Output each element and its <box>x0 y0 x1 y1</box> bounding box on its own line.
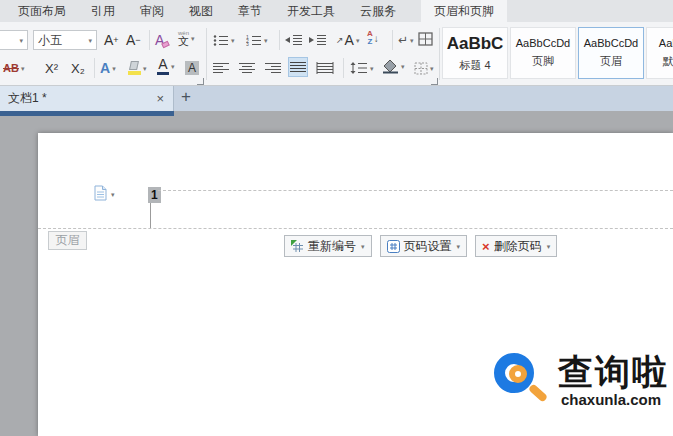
renumber-button[interactable]: 重新编号 ▾ <box>284 235 372 257</box>
draw-table-button[interactable] <box>417 29 434 49</box>
chevron-down-icon: ▾ <box>112 65 116 72</box>
highlighter-icon <box>128 61 141 75</box>
chevron-down-icon: ▾ <box>356 37 360 44</box>
decrease-indent-button[interactable] <box>284 30 304 50</box>
chevron-down-icon: ▾ <box>143 65 147 72</box>
paragraph-layout-button[interactable]: ↵ ▾ <box>397 30 415 50</box>
grow-font-button[interactable]: A+ <box>103 30 120 50</box>
align-center-icon <box>239 62 255 74</box>
line-spacing-button[interactable]: ▾ <box>349 58 375 78</box>
justify-icon <box>290 61 306 73</box>
sort-button[interactable]: A Z ↓ <box>366 28 380 48</box>
menu-tab-view[interactable]: 视图 <box>182 0 220 22</box>
page-number-settings-button[interactable]: 页码设置 ▾ <box>380 235 468 257</box>
paragraph-dialog-launcher[interactable] <box>431 78 438 85</box>
justify-button[interactable] <box>288 57 308 77</box>
watermark-domain: chaxunla.com <box>561 391 661 408</box>
close-icon[interactable]: × <box>156 91 164 106</box>
arrow-down-icon: ↓ <box>374 33 379 44</box>
wps-writer-window: 页面布局 引用 审阅 视图 章节 开发工具 云服务 页眉和页脚 ▾ 小五 ▾ A… <box>0 0 673 436</box>
line-spacing-icon <box>350 62 368 74</box>
chevron-down-icon: ▾ <box>457 243 461 250</box>
font-dialog-launcher[interactable] <box>197 78 204 85</box>
chevron-down-icon: ▾ <box>430 65 434 72</box>
chevron-down-icon: ▾ <box>191 35 195 42</box>
chevron-down-icon: ▾ <box>21 65 25 72</box>
character-shading-button[interactable]: A <box>184 58 200 78</box>
font-color-button[interactable]: A ▾ <box>156 56 176 76</box>
menu-tab-references[interactable]: 引用 <box>84 0 122 22</box>
style-card-header[interactable]: AaBbCcDd 页眉 <box>578 27 644 79</box>
chevron-down-icon: ▾ <box>401 63 405 70</box>
document-tab-label: 文档1 * <box>8 90 156 107</box>
menu-tab-dev-tools[interactable]: 开发工具 <box>280 0 342 22</box>
text-direction-button[interactable]: ↗ A ▾ <box>336 30 360 50</box>
borders-button[interactable]: ▾ <box>413 58 435 78</box>
delete-page-number-button[interactable]: × 删除页码 ▾ <box>475 235 557 257</box>
table-grid-icon <box>418 32 433 46</box>
clear-format-button[interactable]: A <box>154 30 170 50</box>
highlight-color-button[interactable]: ▾ <box>127 58 148 78</box>
font-name-select[interactable]: ▾ <box>0 30 28 50</box>
style-card-heading4[interactable]: AaBbC 标题 4 <box>442 27 508 79</box>
menu-bar: 页面布局 引用 审阅 视图 章节 开发工具 云服务 页眉和页脚 <box>0 0 673 22</box>
superscript-button[interactable]: X² <box>44 58 59 78</box>
align-right-button[interactable] <box>264 58 282 78</box>
color-swatch <box>157 72 169 75</box>
chevron-down-icon: ▾ <box>410 37 414 44</box>
styles-gallery: AaBbC 标题 4 AaBbCcDd 页脚 AaBbCcDd 页眉 AaBbC… <box>442 27 673 79</box>
style-card-footer[interactable]: AaBbCcDd 页脚 <box>510 27 576 79</box>
chevron-down-icon: ▾ <box>361 243 365 250</box>
chevron-down-icon: ▾ <box>547 243 551 250</box>
increase-indent-button[interactable] <box>308 30 328 50</box>
chevron-down-icon: ▾ <box>264 37 268 44</box>
font-size-select[interactable]: 小五 ▾ <box>33 30 97 50</box>
style-card-default-paragraph[interactable]: AaBbCc 默认段 <box>646 27 673 79</box>
document-tab-bar: 文档1 * × + <box>0 86 673 111</box>
menu-tab-page-layout[interactable]: 页面布局 <box>11 0 73 22</box>
new-tab-button[interactable]: + <box>181 87 191 107</box>
magnifier-lens-icon <box>509 365 527 383</box>
outdent-icon <box>285 34 303 46</box>
header-margin-line <box>150 203 151 229</box>
active-tab-underline <box>0 111 174 116</box>
phonetic-guide-button[interactable]: wén 文 ▾ <box>177 28 196 48</box>
shading-button[interactable]: ▾ <box>381 56 406 76</box>
menu-tab-section[interactable]: 章节 <box>231 0 269 22</box>
align-center-button[interactable] <box>238 58 256 78</box>
delete-page-number-icon: × <box>482 240 490 253</box>
chevron-down-icon: ▾ <box>231 37 235 44</box>
chevron-down-icon: ▾ <box>171 63 175 70</box>
borders-icon <box>414 62 428 75</box>
header-page-icon-dropdown[interactable]: ▾ <box>94 185 115 201</box>
renumber-icon <box>291 240 304 253</box>
watermark-title: 查询啦 <box>558 349 669 396</box>
bullet-list-icon <box>213 34 229 46</box>
menu-tab-cloud[interactable]: 云服务 <box>353 0 403 22</box>
distribute-button[interactable] <box>315 58 335 78</box>
text-effects-button[interactable]: A ▾ <box>99 58 117 78</box>
page-number-toolbar: 重新编号 ▾ 页码设置 ▾ × 删除页码 ▾ <box>284 235 557 257</box>
page-icon <box>94 185 107 201</box>
distribute-icon <box>316 62 334 74</box>
indent-icon <box>309 34 327 46</box>
align-left-icon <box>213 62 229 74</box>
align-right-icon <box>265 62 281 74</box>
numbering-button[interactable]: 1 2 3 ▾ <box>245 30 269 50</box>
bullets-button[interactable]: ▾ <box>212 30 236 50</box>
menu-tab-header-footer[interactable]: 页眉和页脚 <box>421 0 507 22</box>
watermark: 查询啦 chaxunla.com <box>490 349 673 429</box>
numbered-list-icon: 1 2 3 <box>246 34 262 46</box>
align-left-button[interactable] <box>212 58 230 78</box>
shrink-font-button[interactable]: A− <box>125 30 142 50</box>
page-number-settings-icon <box>387 240 400 253</box>
header-boundary-line <box>158 190 673 191</box>
document-tab[interactable]: 文档1 * × <box>0 86 174 111</box>
chevron-down-icon: ▾ <box>370 65 374 72</box>
menu-tab-review[interactable]: 审阅 <box>133 0 171 22</box>
svg-text:3: 3 <box>246 41 249 46</box>
chevron-down-icon: ▾ <box>88 37 92 44</box>
paint-bucket-icon <box>382 59 399 74</box>
strikethrough-button[interactable]: AB ▾ <box>2 58 25 78</box>
subscript-button[interactable]: X₂ <box>70 58 86 78</box>
